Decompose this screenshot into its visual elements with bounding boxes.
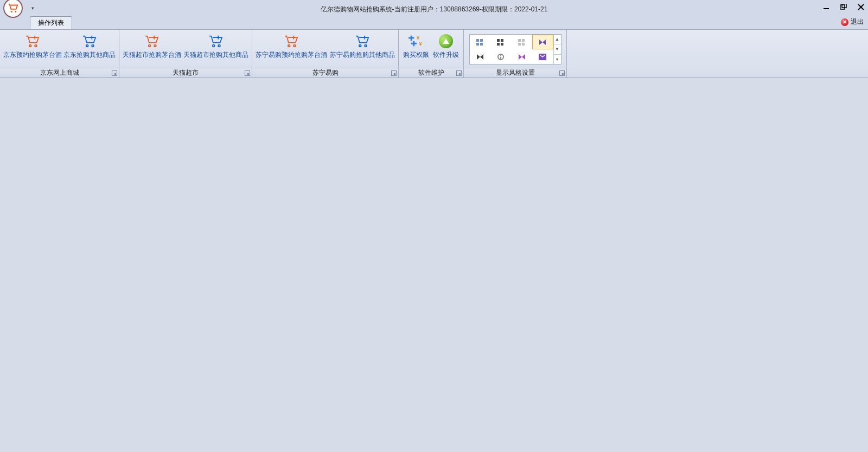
svg-text:¥: ¥ (419, 41, 422, 47)
maximize-button[interactable] (840, 3, 847, 11)
app-logo[interactable] (3, 0, 23, 18)
title-bar: ▾ 亿尔德购物网站抢购系统-当前注册用户：13088863269-权限期限：20… (0, 0, 868, 16)
svg-point-8 (35, 45, 37, 47)
group-label: 天猫超市 (119, 68, 252, 78)
svg-rect-37 (476, 39, 479, 42)
style-option-4[interactable] (532, 35, 553, 49)
svg-rect-22 (216, 37, 220, 38)
group-label: 苏宁易购 (252, 68, 398, 78)
svg-rect-39 (480, 39, 483, 42)
cart-blue-icon (208, 33, 224, 49)
button-label: 购买权限 (403, 50, 429, 60)
software-upgrade-button[interactable]: 软件升级 (431, 31, 462, 60)
svg-point-20 (218, 45, 220, 47)
button-label: 京东预约抢购茅台酒 (3, 50, 62, 60)
svg-point-1 (15, 11, 16, 12)
suning-other-goods-button[interactable]: 苏宁易购抢购其他商品 (328, 31, 396, 60)
minimize-button[interactable] (822, 3, 830, 11)
svg-rect-14 (90, 37, 94, 38)
jd-reserve-maotai-button[interactable]: 京东预约抢购茅台酒 (2, 31, 62, 60)
window-controls (822, 3, 865, 11)
cart-orange-icon (284, 33, 299, 49)
button-label: 天猫超市抢购茅台酒 (123, 50, 181, 60)
buy-permission-button[interactable]: ¥¥ 购买权限 (401, 31, 431, 60)
style-option-2[interactable] (490, 35, 512, 49)
group-tmall: 天猫超市抢购茅台酒 天猫超市抢购其他商品 天猫超市 (119, 30, 252, 78)
svg-rect-30 (362, 37, 366, 38)
style-option-3[interactable] (512, 35, 533, 49)
dialog-launcher[interactable] (112, 70, 117, 76)
gallery-more-button[interactable]: ▾ (554, 55, 561, 64)
svg-rect-44 (501, 43, 503, 46)
button-label: 京东抢购其他商品 (63, 50, 116, 60)
button-label: 天猫超市抢购其他商品 (183, 50, 248, 60)
svg-rect-47 (522, 39, 525, 42)
svg-rect-3 (840, 5, 845, 9)
svg-rect-41 (497, 39, 500, 42)
content-area (0, 78, 868, 452)
gallery-up-button[interactable]: ▲ (554, 35, 561, 44)
style-option-6[interactable] (490, 49, 512, 64)
close-button[interactable] (857, 3, 865, 11)
svg-rect-2 (824, 8, 829, 9)
svg-point-23 (288, 45, 290, 47)
dialog-launcher[interactable] (391, 70, 397, 76)
exit-button[interactable]: ✕ 退出 (841, 17, 864, 27)
style-option-7[interactable] (512, 49, 533, 64)
group-label: 软件维护 (399, 68, 463, 78)
svg-rect-46 (518, 43, 521, 46)
cart-orange-icon (25, 33, 40, 49)
style-option-5[interactable] (470, 49, 491, 64)
exit-label: 退出 (851, 17, 864, 27)
svg-point-28 (365, 45, 367, 47)
svg-rect-48 (522, 43, 525, 46)
svg-rect-43 (501, 39, 503, 42)
svg-rect-40 (480, 43, 483, 46)
svg-rect-51 (500, 57, 501, 59)
ribbon-tab-row: 操作列表 ✕ 退出 (0, 16, 868, 29)
suning-reserve-maotai-button[interactable]: 苏宁易购预约抢购茅台酒 (254, 31, 328, 60)
dialog-launcher[interactable] (245, 70, 250, 76)
upgrade-icon (439, 33, 453, 49)
style-option-1[interactable] (470, 35, 491, 49)
cart-blue-icon (355, 33, 370, 49)
close-icon: ✕ (841, 18, 848, 26)
cart-orange-icon (144, 33, 159, 49)
dialog-launcher[interactable] (559, 70, 565, 76)
ribbon: 京东预约抢购茅台酒 京东抢购其他商品 京东网上商城 天猫超市抢购茅台酒 (0, 29, 868, 78)
svg-point-15 (149, 45, 151, 47)
style-option-8[interactable] (532, 49, 553, 64)
window-title: 亿尔德购物网站抢购系统-当前注册用户：13088863269-权限期限：2022… (321, 5, 548, 14)
button-label: 软件升级 (433, 50, 459, 60)
svg-rect-50 (500, 55, 501, 56)
svg-point-16 (154, 45, 156, 47)
tab-operation-list[interactable]: 操作列表 (30, 16, 72, 29)
group-style-settings: ▲ ▼ ▾ 显示风格设置 (464, 30, 567, 78)
svg-rect-34 (411, 43, 416, 44)
dialog-launcher[interactable] (456, 70, 462, 76)
gallery-down-button[interactable]: ▼ (554, 44, 561, 54)
svg-point-0 (11, 11, 12, 12)
group-maintenance: ¥¥ 购买权限 软件升级 软件维护 (399, 30, 464, 78)
tmall-other-goods-button[interactable]: 天猫超市抢购其他商品 (182, 31, 250, 60)
jd-other-goods-button[interactable]: 京东抢购其他商品 (62, 31, 117, 60)
svg-rect-10 (33, 37, 36, 38)
svg-point-12 (92, 45, 94, 47)
style-gallery: ▲ ▼ ▾ (469, 34, 561, 64)
svg-rect-45 (518, 39, 521, 42)
quick-access-dropdown-icon[interactable]: ▾ (31, 5, 34, 11)
svg-rect-26 (292, 37, 296, 38)
group-label: 显示风格设置 (464, 68, 566, 78)
svg-point-7 (29, 45, 31, 47)
svg-rect-38 (476, 43, 479, 46)
svg-text:¥: ¥ (417, 35, 420, 41)
svg-point-11 (86, 45, 88, 47)
svg-point-19 (213, 45, 215, 47)
tab-label: 操作列表 (38, 19, 64, 27)
svg-rect-4 (842, 4, 846, 8)
svg-rect-42 (497, 43, 500, 46)
svg-rect-18 (152, 37, 156, 38)
buy-permission-icon: ¥¥ (409, 33, 424, 49)
tmall-maotai-button[interactable]: 天猫超市抢购茅台酒 (122, 31, 182, 60)
button-label: 苏宁易购抢购其他商品 (330, 50, 395, 60)
